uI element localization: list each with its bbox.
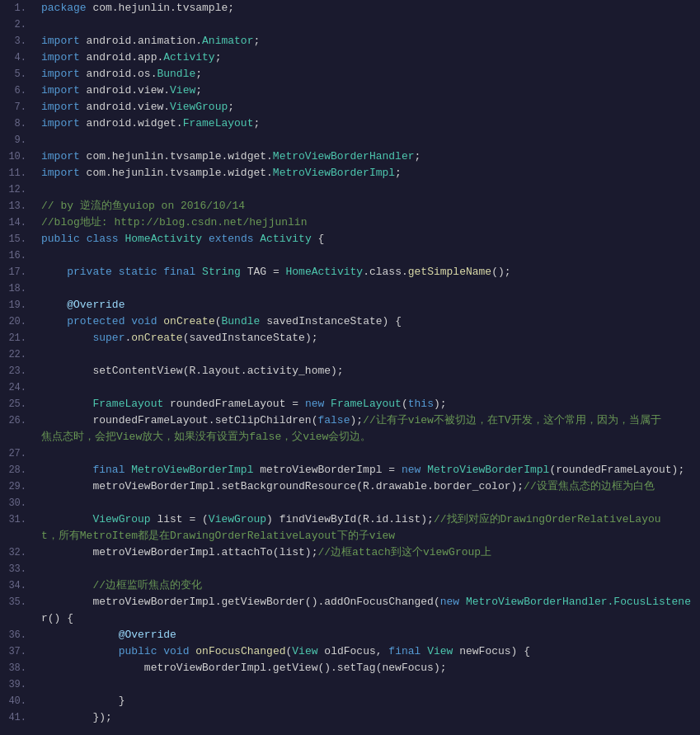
code-line: 40. } (0, 693, 700, 709)
line-content: import android.widget.FrameLayout; (33, 115, 700, 132)
code-line: 19. @Override (0, 297, 700, 313)
line-number: 8. (0, 115, 33, 132)
code-line: 16. (0, 247, 700, 264)
line-content: ViewGroup list = (ViewGroup) findViewByI… (33, 511, 700, 528)
line-number: 9. (0, 132, 33, 148)
line-number: 11. (0, 165, 33, 181)
line-content: import android.view.ViewGroup; (33, 99, 700, 115)
line-number: 22. (0, 346, 33, 363)
line-number: 18. (0, 280, 33, 297)
line-content: public void onFocusChanged(View oldFocus… (33, 643, 700, 660)
line-number: 26. (0, 412, 33, 429)
code-line: t，所有MetroItem都是在DrawingOrderRelativeLayo… (0, 528, 700, 544)
line-content: FrameLayout roundedFrameLayout = new Fra… (33, 396, 700, 412)
line-content: import android.os.Bundle; (33, 66, 700, 82)
line-content: package com.hejunlin.tvsample; (33, 0, 700, 16)
code-line: 39. (0, 676, 700, 693)
code-line: 13.// by 逆流的鱼yuiop on 2016/10/14 (0, 198, 700, 214)
code-line: 36. @Override (0, 627, 700, 643)
line-number: 38. (0, 660, 33, 676)
line-content: import android.app.Activity; (33, 49, 700, 66)
code-line: 12. (0, 181, 700, 198)
line-content: import com.hejunlin.tvsample.widget.Metr… (33, 165, 700, 181)
line-content: final MetroViewBorderImpl metroViewBorde… (33, 462, 700, 478)
line-content (33, 676, 700, 693)
line-number: 13. (0, 198, 33, 214)
code-line: 3.import android.animation.Animator; (0, 33, 700, 49)
line-content: @Override (33, 627, 700, 643)
code-line: 38. metroViewBorderImpl.getView().setTag… (0, 660, 700, 676)
line-content: //边框监听焦点的变化 (33, 577, 700, 594)
code-line: 26. roundedFrameLayout.setClipChildren(f… (0, 412, 700, 429)
line-content: 焦点态时，会把View放大，如果没有设置为false，父view会切边。 (33, 429, 700, 445)
line-number: 36. (0, 627, 33, 643)
code-line: 15.public class HomeActivity extends Act… (0, 231, 700, 247)
code-line: r() { (0, 610, 700, 627)
line-number: 15. (0, 231, 33, 247)
code-line: 34. //边框监听焦点的变化 (0, 577, 700, 594)
code-line: 28. final MetroViewBorderImpl metroViewB… (0, 462, 700, 478)
line-content: roundedFrameLayout.setClipChildren(false… (33, 412, 700, 429)
code-line: 18. (0, 280, 700, 297)
code-line: 6.import android.view.View; (0, 82, 700, 99)
line-content (33, 181, 700, 198)
code-line: 焦点态时，会把View放大，如果没有设置为false，父view会切边。 (0, 429, 700, 445)
line-number: 7. (0, 99, 33, 115)
code-line: 27. (0, 445, 700, 462)
line-content (33, 445, 700, 462)
line-number: 41. (0, 709, 33, 726)
line-content: metroViewBorderImpl.getViewBorder().addO… (33, 594, 700, 610)
line-number: 40. (0, 693, 33, 709)
line-number: 19. (0, 297, 33, 313)
line-content (33, 346, 700, 363)
code-line: 24. (0, 379, 700, 396)
line-content: //blog地址: http://blog.csdn.net/hejjunlin (33, 214, 700, 231)
code-line: 7.import android.view.ViewGroup; (0, 99, 700, 115)
line-number: 2. (0, 16, 33, 33)
line-number: 20. (0, 313, 33, 330)
code-line: 1.package com.hejunlin.tvsample; (0, 0, 700, 16)
code-line: 23. setContentView(R.layout.activity_hom… (0, 363, 700, 379)
line-number: 3. (0, 33, 33, 49)
code-line: 9. (0, 132, 700, 148)
line-number: 33. (0, 561, 33, 577)
line-content: super.onCreate(savedInstanceState); (33, 330, 700, 346)
code-line: 4.import android.app.Activity; (0, 49, 700, 66)
line-content: import com.hejunlin.tvsample.widget.Metr… (33, 148, 700, 165)
code-line: 30. (0, 495, 700, 511)
code-line: 17. private static final String TAG = Ho… (0, 264, 700, 280)
code-line: 22. (0, 346, 700, 363)
line-content: metroViewBorderImpl.attachTo(list);//边框a… (33, 544, 700, 561)
line-number: 12. (0, 181, 33, 198)
line-number: 35. (0, 594, 33, 610)
code-line: 8.import android.widget.FrameLayout; (0, 115, 700, 132)
code-line: 35. metroViewBorderImpl.getViewBorder().… (0, 594, 700, 610)
code-line: 5.import android.os.Bundle; (0, 66, 700, 82)
line-content: } (33, 693, 700, 709)
line-content: }); (33, 709, 700, 726)
line-number: 14. (0, 214, 33, 231)
line-number: 30. (0, 495, 33, 511)
line-content: protected void onCreate(Bundle savedInst… (33, 313, 700, 330)
line-number: 31. (0, 511, 33, 528)
code-line: 33. (0, 561, 700, 577)
line-content (33, 495, 700, 511)
line-content (33, 247, 700, 264)
code-line: 20. protected void onCreate(Bundle saved… (0, 313, 700, 330)
line-content: private static final String TAG = HomeAc… (33, 264, 700, 280)
code-line: 11.import com.hejunlin.tvsample.widget.M… (0, 165, 700, 181)
line-number: 25. (0, 396, 33, 412)
line-number: 21. (0, 330, 33, 346)
line-number: 24. (0, 379, 33, 396)
code-line: 25. FrameLayout roundedFrameLayout = new… (0, 396, 700, 412)
line-number: 28. (0, 462, 33, 478)
code-line: 41. }); (0, 709, 700, 726)
line-number: 32. (0, 544, 33, 561)
line-content: @Override (33, 297, 700, 313)
line-content (33, 379, 700, 396)
code-line: 10.import com.hejunlin.tvsample.widget.M… (0, 148, 700, 165)
line-content (33, 561, 700, 577)
code-editor: 1.package com.hejunlin.tvsample;2. 3.imp… (0, 0, 700, 735)
line-content (33, 16, 700, 33)
code-line: 2. (0, 16, 700, 33)
